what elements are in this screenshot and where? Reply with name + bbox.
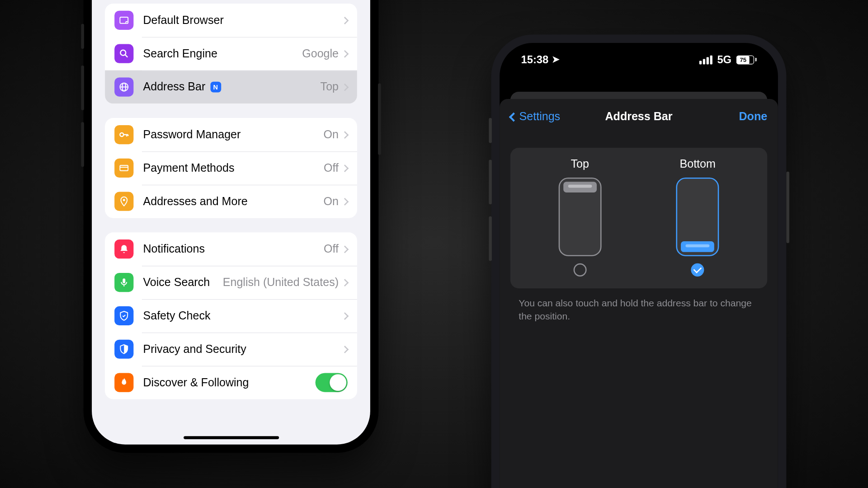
chevron-right-icon <box>341 131 349 139</box>
preview-top <box>558 178 601 256</box>
row-search-engine[interactable]: Search EngineGoogle <box>105 37 357 70</box>
option-bottom[interactable]: Bottom <box>676 157 719 277</box>
mic-icon <box>114 273 133 292</box>
key-icon <box>114 125 133 144</box>
phone-right-frame: 15:38 ➤ 5G 75 Settings <box>491 34 787 488</box>
chevron-right-icon <box>341 312 349 320</box>
row-notifications[interactable]: NotificationsOff <box>105 232 357 266</box>
nav-title: Address Bar <box>605 110 672 123</box>
dynamic-island <box>597 52 681 75</box>
done-button[interactable]: Done <box>739 110 768 123</box>
position-options: Top Bottom <box>510 148 767 288</box>
back-label: Settings <box>519 110 561 123</box>
row-discover[interactable]: Discover & Following <box>105 366 357 399</box>
row-privacy[interactable]: Privacy and Security <box>105 333 357 366</box>
chevron-right-icon <box>341 245 349 253</box>
address-bar-sheet: Settings Address Bar Done Top Bottom <box>500 99 778 488</box>
bell-icon <box>114 239 133 258</box>
toggle-switch[interactable] <box>316 373 348 392</box>
chevron-right-icon <box>341 164 349 172</box>
settings-group: Password ManagerOnPayment MethodsOffAddr… <box>105 118 357 218</box>
row-value: Google <box>302 47 339 60</box>
hint-text: You can also touch and hold the address … <box>519 297 759 323</box>
row-label: Notifications <box>143 243 204 256</box>
new-badge: N <box>210 82 221 93</box>
chevron-right-icon <box>341 16 349 24</box>
row-address-bar[interactable]: Address BarNTop <box>105 70 357 104</box>
battery-icon: 75 <box>736 55 757 64</box>
row-value: English (United States) <box>223 276 339 289</box>
radio-top[interactable] <box>573 263 586 277</box>
shield-icon <box>114 340 133 359</box>
row-password-manager[interactable]: Password ManagerOn <box>105 118 357 151</box>
svg-point-7 <box>120 133 123 136</box>
flame-icon <box>114 373 133 392</box>
chevron-right-icon <box>341 279 349 286</box>
row-value: Off <box>324 243 339 256</box>
svg-point-13 <box>123 199 125 201</box>
chevron-right-icon <box>341 345 349 353</box>
chevron-right-icon <box>341 50 349 57</box>
settings-screen: SyncOnGoogle ServicesDefault BrowserSear… <box>92 0 370 445</box>
row-label: Discover & Following <box>143 376 249 389</box>
chevron-right-icon <box>341 197 349 205</box>
settings-group: Default BrowserSearch EngineGoogleAddres… <box>105 4 357 104</box>
compass-icon <box>114 11 133 30</box>
row-label: Voice Search <box>143 276 210 289</box>
nav-bar: Settings Address Bar Done <box>500 99 778 132</box>
row-payment-methods[interactable]: Payment MethodsOff <box>105 151 357 185</box>
row-value: Top <box>321 80 339 94</box>
phone-left-frame: SyncOnGoogle ServicesDefault BrowserSear… <box>84 0 379 453</box>
row-label: Privacy and Security <box>143 343 246 356</box>
chevron-left-icon <box>509 112 519 122</box>
svg-point-2 <box>120 50 126 56</box>
option-top-label: Top <box>571 157 589 170</box>
row-value: Off <box>324 161 339 174</box>
row-voice-search[interactable]: Voice SearchEnglish (United States) <box>105 266 357 299</box>
card-icon <box>114 159 133 178</box>
pin-icon <box>114 192 133 211</box>
row-label: Address Bar <box>143 80 205 94</box>
row-label: Search Engine <box>143 47 217 60</box>
settings-group: NotificationsOffVoice SearchEnglish (Uni… <box>105 232 357 399</box>
status-time: 15:38 <box>521 53 549 66</box>
row-label: Payment Methods <box>143 161 234 174</box>
row-label: Addresses and More <box>143 195 247 208</box>
option-bottom-label: Bottom <box>680 157 716 170</box>
home-indicator[interactable] <box>184 436 279 439</box>
row-addresses[interactable]: Addresses and MoreOn <box>105 185 357 218</box>
row-label: Default Browser <box>143 14 223 27</box>
row-safety-check[interactable]: Safety Check <box>105 299 357 333</box>
row-value: On <box>324 128 339 141</box>
row-label: Password Manager <box>143 128 241 141</box>
signal-icon <box>699 55 712 64</box>
svg-line-3 <box>125 55 127 57</box>
globe-icon <box>114 77 133 96</box>
search-icon <box>114 44 133 63</box>
svg-rect-11 <box>120 165 128 171</box>
location-icon: ➤ <box>552 54 560 65</box>
network-label: 5G <box>717 53 731 66</box>
address-bar-screen: 15:38 ➤ 5G 75 Settings <box>500 43 778 488</box>
back-button[interactable]: Settings <box>510 110 560 123</box>
svg-rect-14 <box>123 278 125 283</box>
radio-bottom[interactable] <box>691 263 704 277</box>
row-default-browser[interactable]: Default Browser <box>105 4 357 37</box>
shield-check-icon <box>114 306 133 325</box>
option-top[interactable]: Top <box>558 157 601 277</box>
row-value: On <box>324 195 339 208</box>
row-label: Safety Check <box>143 309 210 322</box>
chevron-right-icon <box>341 83 349 91</box>
preview-bottom <box>676 178 719 256</box>
